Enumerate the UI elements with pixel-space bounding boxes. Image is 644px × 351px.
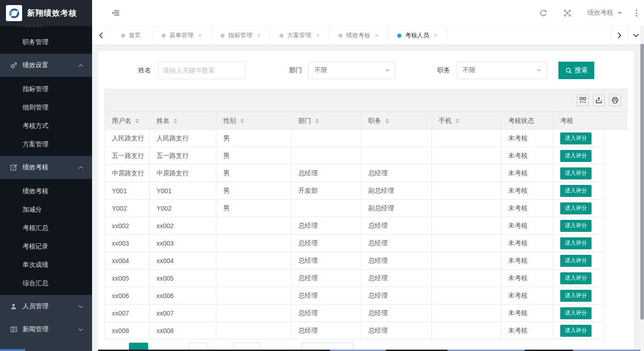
sidebar-section-news[interactable]: 新闻管理 [0,318,92,341]
column-header-name[interactable]: 姓名 [150,112,216,130]
sidebar-item-rule-mgmt[interactable]: 细则管理 [0,98,92,116]
tab-home[interactable]: 首页 [110,26,152,45]
cell-status: 未考核 [501,305,553,322]
sidebar-item-single-score[interactable]: 单次成绩 [0,255,92,274]
cell-empty [604,182,628,200]
collapse-menu-icon[interactable] [112,9,120,17]
scrollbar-thumb[interactable] [640,44,644,320]
column-header-sex[interactable]: 性别 [216,112,291,130]
column-header-phone[interactable]: 手机 [432,112,501,130]
column-header-username[interactable]: 用户名 [105,112,150,130]
sidebar-item-add-subtract[interactable]: 加减分 [0,200,92,219]
cell-dept: 总经理 [291,287,361,305]
dept-select[interactable]: 不限 [308,62,396,79]
cell-sex: 男 [216,130,291,147]
gears-icon [10,62,17,69]
sidebar-section-label: 绩效考核 [23,163,48,172]
tab-indicator-mgmt[interactable]: 指标管理 × [211,26,270,45]
enter-score-button[interactable]: 进入评分 [560,307,592,319]
fullscreen-icon[interactable] [564,10,571,17]
cell-job: 副总经理 [361,200,432,217]
sidebar-item-perf-assess[interactable]: 绩效考核 [0,182,92,200]
enter-score-button[interactable]: 进入评分 [560,255,592,267]
tab-close-icon[interactable]: × [375,32,378,39]
refresh-icon[interactable] [540,9,547,17]
tabs-scroll-right-button[interactable] [611,26,627,45]
cell-phone [432,165,501,182]
tab-label: 首页 [129,31,141,40]
enter-score-button[interactable]: 进入评分 [560,150,592,162]
cell-username: xx006 [105,287,150,305]
cell-job: 总经理 [361,270,432,287]
sidebar-item-indicator-mgmt[interactable]: 指标管理 [0,80,92,98]
tabbar-spacer [447,26,611,45]
tab-perf-assess[interactable]: 绩效考核 × [329,26,388,45]
more-vertical-icon[interactable] [636,9,638,17]
tab-assess-personnel[interactable]: 考核人员 × [388,26,447,45]
sidebar-section-perf-settings[interactable]: 绩效设置 [0,54,92,77]
personnel-table: 用户名姓名性别部门职务手机考核状态考核 人民路支行人民路支行男未考核进入评分五一… [104,112,627,339]
column-label: 考核 [560,117,573,125]
table-row: xx007xx007总经理总经理未考核进入评分 [105,305,628,322]
sort-icon[interactable] [385,119,389,123]
table-row: Y002Y002男副总经理未考核进入评分 [105,200,628,217]
sidebar-item-overall-summary[interactable]: 综合汇总 [0,274,92,292]
cell-empty [604,270,628,287]
sort-icon[interactable] [174,119,177,123]
enter-score-button[interactable]: 进入评分 [560,167,592,179]
cell-assess: 进入评分 [553,165,604,182]
cell-username: xx007 [105,305,150,322]
cell-username: xx008 [105,322,150,339]
sidebar-item-assess-method[interactable]: 考核方式 [0,116,92,135]
print-icon[interactable] [609,94,621,106]
enter-score-button[interactable]: 进入评分 [560,272,592,284]
sidebar-item-assess-record[interactable]: 考核记录 [0,237,92,255]
column-header-dept[interactable]: 部门 [291,112,361,130]
sidebar-item-plan-mgmt[interactable]: 方案管理 [0,135,92,153]
sort-icon[interactable] [135,119,139,123]
cell-name: xx008 [150,322,216,339]
sidebar-section-personnel[interactable]: 人员管理 [0,295,92,318]
cell-username: Y002 [105,200,150,217]
tabs-scroll-left-button[interactable] [92,26,110,45]
tab-label: 方案管理 [287,31,311,40]
cell-status: 未考核 [501,252,553,270]
column-header-empty [604,112,628,130]
tab-plan-mgmt[interactable]: 方案管理 × [270,26,329,45]
sidebar-submenu-perf-settings: 指标管理 细则管理 考核方式 方案管理 [0,77,92,156]
sort-icon[interactable] [456,119,459,123]
enter-score-button[interactable]: 进入评分 [560,290,592,302]
sidebar-item-job-mgmt[interactable]: 职务管理 [0,33,92,51]
job-select[interactable]: 不限 [457,62,547,79]
enter-score-button[interactable]: 进入评分 [560,237,592,249]
sidebar-section-perf-assess[interactable]: 绩效考核 [0,156,92,179]
cell-sex [216,235,291,252]
cell-sex [216,252,291,270]
user-menu-dropdown[interactable]: 绩效考核 [587,9,622,17]
sort-icon[interactable] [315,119,319,123]
name-search-input[interactable] [158,62,246,79]
export-icon[interactable] [593,94,605,106]
news-icon [10,326,17,334]
tab-close-icon[interactable]: × [434,32,437,39]
table-row: xx003xx003总经理总经理未考核进入评分 [105,235,628,252]
tab-menu-mgmt[interactable]: 菜单管理 × [152,26,211,45]
enter-score-button[interactable]: 进入评分 [560,325,592,337]
enter-score-button[interactable]: 进入评分 [560,185,592,197]
search-button-label: 搜索 [575,66,588,75]
search-button[interactable]: 搜索 [558,62,594,79]
cell-status: 未考核 [501,217,553,235]
enter-score-button[interactable]: 进入评分 [560,132,592,144]
sort-icon[interactable] [240,119,244,123]
column-header-job[interactable]: 职务 [361,112,432,130]
enter-score-button[interactable]: 进入评分 [560,220,592,232]
tab-close-icon[interactable]: × [316,32,319,39]
tab-close-icon[interactable]: × [198,32,202,39]
sidebar-item-assess-summary[interactable]: 考核汇总 [0,219,92,237]
enter-score-button[interactable]: 进入评分 [560,202,592,214]
tab-close-icon[interactable]: × [257,32,261,39]
columns-filter-icon[interactable] [577,94,589,106]
tab-label: 菜单管理 [169,31,193,40]
cell-username: Y001 [105,182,150,200]
cell-dept: 总经理 [291,252,361,270]
